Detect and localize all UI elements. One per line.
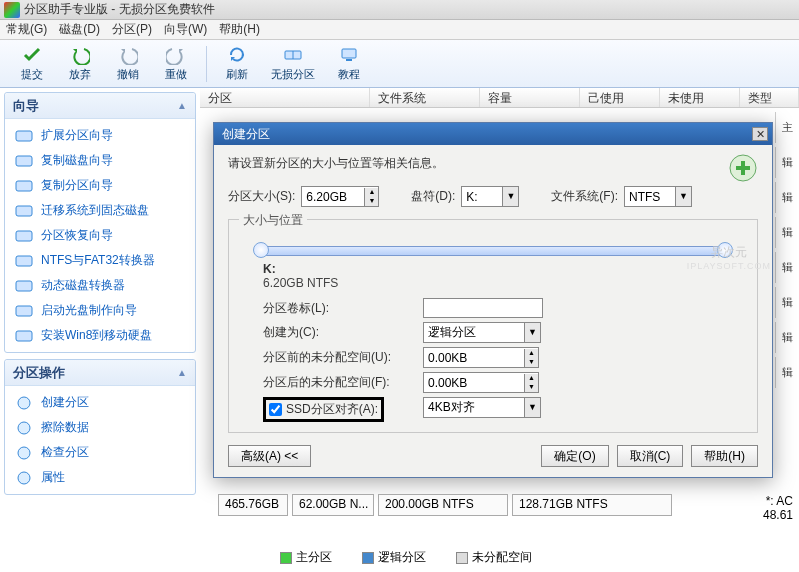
wizard-item-icon [15, 178, 33, 194]
space-after-label: 分区后的未分配空间(F): [263, 372, 413, 393]
wizard-item[interactable]: 分区恢复向导 [5, 223, 195, 248]
disk-seg-2[interactable]: 200.00GB NTFS [378, 494, 508, 516]
svg-rect-11 [16, 306, 32, 316]
ok-button[interactable]: 确定(O) [541, 445, 608, 467]
wizard-item[interactable]: 动态磁盘转换器 [5, 273, 195, 298]
operation-item[interactable]: 擦除数据 [5, 415, 195, 440]
slider-handle-right[interactable] [717, 242, 733, 258]
redo-button[interactable]: 重做 [152, 42, 200, 86]
advanced-toggle-button[interactable]: 高级(A) << [228, 445, 311, 467]
right-edge-column: 主辑辑辑辑辑辑辑 [775, 112, 799, 388]
space-after-spinner[interactable]: ▲▼ [423, 372, 539, 393]
drive-label: 盘符(D): [411, 188, 455, 205]
col-capacity[interactable]: 容量 [480, 88, 580, 107]
undo-button[interactable]: 撤销 [104, 42, 152, 86]
lossless-button[interactable]: 无损分区 [261, 42, 325, 86]
discard-button[interactable]: 放弃 [56, 42, 104, 86]
drive-value[interactable] [462, 190, 502, 204]
chevron-down-icon[interactable]: ▼ [524, 323, 540, 342]
spin-down[interactable]: ▼ [364, 197, 378, 206]
chevron-down-icon[interactable]: ▼ [502, 187, 518, 206]
slider-info: K: 6.20GB NTFS [263, 262, 723, 290]
disk-total[interactable]: 465.76GB [218, 494, 288, 516]
dialog-titlebar[interactable]: 创建分区 ✕ [214, 123, 772, 145]
wizard-item-icon [15, 153, 33, 169]
refresh-button[interactable]: 刷新 [213, 42, 261, 86]
menu-disk[interactable]: 磁盘(D) [59, 21, 100, 38]
ssd-align-checkbox[interactable] [269, 403, 282, 416]
dialog-title: 创建分区 [222, 126, 270, 143]
svg-rect-8 [16, 231, 32, 241]
wizard-item[interactable]: 启动光盘制作向导 [5, 298, 195, 323]
svg-point-16 [18, 472, 30, 484]
check-icon [22, 45, 42, 65]
help-button[interactable]: 帮助(H) [691, 445, 758, 467]
legend-primary-swatch [280, 552, 292, 564]
partition-legend: 主分区 逻辑分区 未分配空间 [280, 549, 532, 566]
fs-combo[interactable]: ▼ [624, 186, 692, 207]
volume-label-input[interactable] [423, 298, 543, 318]
legend-unalloc-swatch [456, 552, 468, 564]
operation-item[interactable]: 属性 [5, 465, 195, 490]
operation-item[interactable]: 检查分区 [5, 440, 195, 465]
collapse-icon: ▲ [177, 100, 187, 111]
disk-seg-1[interactable]: 62.00GB N... [292, 494, 374, 516]
space-before-spinner[interactable]: ▲▼ [423, 347, 539, 368]
wizard-item[interactable]: NTFS与FAT32转换器 [5, 248, 195, 273]
chevron-down-icon[interactable]: ▼ [675, 187, 691, 206]
fs-value[interactable] [625, 190, 675, 204]
disk-seg-3[interactable]: 128.71GB NTFS [512, 494, 672, 516]
menu-general[interactable]: 常规(G) [6, 21, 47, 38]
partition-icon [283, 45, 303, 65]
operation-item[interactable]: 创建分区 [5, 390, 195, 415]
slider-handle-left[interactable] [253, 242, 269, 258]
col-type[interactable]: 类型 [740, 88, 799, 107]
wizard-panel-header[interactable]: 向导 ▲ [5, 93, 195, 119]
partition-slider[interactable] [253, 240, 733, 260]
menu-bar: 常规(G) 磁盘(D) 分区(P) 向导(W) 帮助(H) [0, 20, 799, 40]
redo-icon [166, 45, 186, 65]
col-partition[interactable]: 分区 [200, 88, 370, 107]
svg-rect-4 [16, 131, 32, 141]
wizard-item[interactable]: 复制分区向导 [5, 173, 195, 198]
cancel-button[interactable]: 取消(C) [617, 445, 684, 467]
svg-point-14 [18, 422, 30, 434]
create-partition-dialog: 创建分区 ✕ 请设置新分区的大小与位置等相关信息。 分区大小(S): ▲▼ 盘符… [213, 122, 773, 478]
fs-label: 文件系统(F): [551, 188, 618, 205]
chevron-down-icon[interactable]: ▼ [524, 398, 540, 417]
size-input[interactable] [302, 190, 364, 204]
wizard-item-icon [15, 328, 33, 344]
dialog-buttons: 高级(A) << 确定(O) 取消(C) 帮助(H) [228, 445, 758, 467]
commit-button[interactable]: 提交 [8, 42, 56, 86]
wizard-item[interactable]: 复制磁盘向导 [5, 148, 195, 173]
menu-wizard[interactable]: 向导(W) [164, 21, 207, 38]
wizard-item[interactable]: 扩展分区向导 [5, 123, 195, 148]
ssd-align-row: SSD分区对齐(A): [263, 397, 413, 422]
operations-panel-header[interactable]: 分区操作 ▲ [5, 360, 195, 386]
wizard-item-icon [15, 303, 33, 319]
wizard-item[interactable]: 安装Win8到移动硬盘 [5, 323, 195, 348]
left-panel: 向导 ▲ 扩展分区向导复制磁盘向导复制分区向导迁移系统到固态磁盘分区恢复向导NT… [0, 88, 200, 572]
add-partition-icon [728, 153, 758, 183]
close-button[interactable]: ✕ [752, 127, 768, 141]
spin-up[interactable]: ▲ [364, 188, 378, 197]
col-filesystem[interactable]: 文件系统 [370, 88, 480, 107]
col-unused[interactable]: 未使用 [660, 88, 740, 107]
menu-partition[interactable]: 分区(P) [112, 21, 152, 38]
tutorial-button[interactable]: 教程 [325, 42, 373, 86]
undo-arrow-icon [70, 45, 90, 65]
svg-rect-2 [342, 49, 356, 58]
ssd-align-combo[interactable]: ▼ [423, 397, 541, 418]
ssd-align-highlight: SSD分区对齐(A): [263, 397, 384, 422]
operation-item-icon [15, 445, 33, 461]
disk-tail: *: AC48.61 [763, 494, 799, 516]
create-as-combo[interactable]: ▼ [423, 322, 541, 343]
app-icon [4, 2, 20, 18]
wizard-panel: 向导 ▲ 扩展分区向导复制磁盘向导复制分区向导迁移系统到固态磁盘分区恢复向导NT… [4, 92, 196, 353]
drive-combo[interactable]: ▼ [461, 186, 519, 207]
wizard-item[interactable]: 迁移系统到固态磁盘 [5, 198, 195, 223]
size-spinner[interactable]: ▲▼ [301, 186, 379, 207]
menu-help[interactable]: 帮助(H) [219, 21, 260, 38]
col-used[interactable]: 己使用 [580, 88, 660, 107]
top-settings-row: 分区大小(S): ▲▼ 盘符(D): ▼ 文件系统(F): ▼ [228, 186, 758, 207]
